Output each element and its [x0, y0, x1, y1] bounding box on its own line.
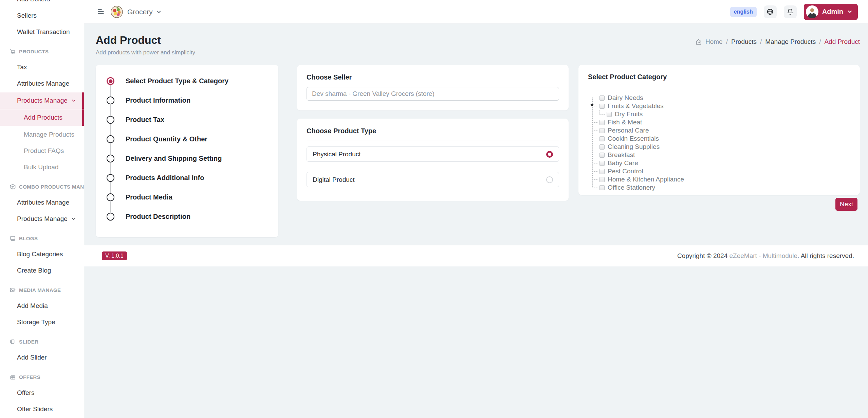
stepper-step-5[interactable]: Delivery and Shipping Setting [107, 155, 272, 174]
category-node-cookin-essentials[interactable]: Cookin Essentials [592, 135, 850, 143]
language-badge[interactable]: english [730, 7, 757, 17]
copyright-text: Copyright © 2024 eZeeMart - Multimodule.… [677, 252, 854, 260]
gift-icon [10, 374, 16, 380]
chevron-down-icon [156, 9, 162, 15]
sidebar-item-label: Add Sellers [17, 0, 50, 3]
middle-column: Choose Seller Choose Product Type Physic… [297, 65, 569, 201]
sidebar-section-header: MEDIA MANAGE [0, 282, 84, 298]
page-header: Add Product Add products with power and … [84, 24, 868, 56]
step-label: Product Quantity & Other [126, 135, 207, 143]
choose-seller-card: Choose Seller [297, 65, 569, 110]
radio-unselected-icon[interactable] [546, 176, 553, 183]
step-radio-icon[interactable] [107, 213, 114, 221]
category-node-cleaning-supplies[interactable]: Cleaning Supplies [592, 143, 850, 151]
stepper-step-1[interactable]: Select Product Type & Category [107, 77, 272, 97]
sidebar-item-sellers[interactable]: Sellers [0, 7, 84, 24]
tree-expanded-arrow-icon[interactable] [590, 104, 594, 107]
step-radio-icon[interactable] [107, 97, 114, 104]
admin-menu-button[interactable]: Admin [804, 4, 858, 20]
category-checkbox[interactable] [599, 128, 605, 133]
category-node-fruits-vegetables[interactable]: Fruits & Vegetables [592, 102, 850, 110]
store-switcher[interactable]: Grocery [111, 6, 162, 18]
step-radio-icon[interactable] [107, 193, 114, 201]
product-type-option-digital-product[interactable]: Digital Product [307, 172, 559, 187]
category-node-baby-care[interactable]: Baby Care [592, 159, 850, 167]
sidebar-item-products-manage[interactable]: Products Manage [0, 211, 84, 227]
sidebar-item-bulk-upload[interactable]: Bulk Upload [0, 159, 84, 175]
stepper-step-6[interactable]: Products Additional Info [107, 174, 272, 193]
category-checkbox[interactable] [599, 177, 605, 182]
category-node-office-stationery[interactable]: Office Stationery [592, 184, 850, 192]
step-label: Select Product Type & Category [126, 77, 228, 85]
step-radio-icon[interactable] [107, 116, 114, 124]
stepper-step-7[interactable]: Product Media [107, 193, 272, 213]
category-label: Pest Control [608, 167, 643, 175]
sidebar-item-manage-products[interactable]: Manage Products [0, 126, 84, 143]
sidebar-item-offer-sliders[interactable]: Offer Sliders [0, 401, 84, 417]
hamburger-menu-icon[interactable] [98, 9, 104, 14]
sidebar-item-wallet-transaction[interactable]: Wallet Transaction [0, 24, 84, 40]
step-radio-icon[interactable] [107, 155, 114, 162]
category-checkbox[interactable] [599, 153, 605, 158]
category-checkbox[interactable] [599, 136, 605, 141]
notifications-button[interactable] [784, 5, 797, 18]
category-checkbox[interactable] [599, 120, 605, 125]
sidebar-item-product-faqs[interactable]: Product FAQs [0, 143, 84, 159]
sidebar-item-add-products[interactable]: Add Products [0, 109, 84, 126]
category-checkbox[interactable] [599, 144, 605, 150]
step-radio-icon[interactable] [107, 174, 114, 182]
sidebar-item-label: Attributes Manage [17, 80, 69, 87]
topbar: Grocery english Admin [84, 0, 868, 24]
category-node-dairy-needs[interactable]: Dairy Needs [592, 94, 850, 102]
globe-button[interactable] [764, 5, 777, 18]
sidebar-item-attributes-manage[interactable]: Attributes Manage [0, 194, 84, 211]
next-button[interactable]: Next [835, 198, 857, 211]
breadcrumb-home[interactable]: Home [705, 38, 723, 46]
category-tree: Dairy NeedsFruits & VegetablesDry Fruits… [592, 94, 850, 192]
sidebar-item-attributes-manage[interactable]: Attributes Manage [0, 75, 84, 92]
sidebar-nav: Add SellersSellersWallet TransactionPROD… [0, 0, 84, 418]
step-radio-icon[interactable] [107, 77, 114, 85]
sidebar-item-tax[interactable]: Tax [0, 59, 84, 75]
stepper-step-4[interactable]: Product Quantity & Other [107, 135, 272, 155]
category-checkbox[interactable] [599, 95, 605, 101]
sidebar-item-products-manage[interactable]: Products Manage [0, 92, 84, 109]
sidebar-item-label: Manage Products [24, 131, 74, 138]
breadcrumb: Home/Products/Manage Products/Add Produc… [695, 38, 860, 46]
category-node-home-kitchen-appliance[interactable]: Home & Kitchen Appliance [592, 175, 850, 184]
category-node-personal-care[interactable]: Personal Care [592, 126, 850, 135]
sidebar-item-label: Add Products [24, 114, 62, 121]
sidebar-item-create-blog[interactable]: Create Blog [0, 262, 84, 279]
category-node-pest-control[interactable]: Pest Control [592, 167, 850, 175]
category-node-fish-meat[interactable]: Fish & Meat [592, 118, 850, 126]
sidebar-item-offers[interactable]: Offers [0, 385, 84, 401]
stepper-step-3[interactable]: Product Tax [107, 116, 272, 135]
breadcrumb-manage-products[interactable]: Manage Products [765, 38, 816, 46]
breadcrumb-add-product[interactable]: Add Product [824, 38, 860, 46]
category-checkbox[interactable] [599, 185, 605, 190]
sidebar-item-add-media[interactable]: Add Media [0, 298, 84, 314]
main-content: Add Product Add products with power and … [84, 24, 868, 418]
brand-link[interactable]: eZeeMart - Multimodule. [730, 252, 799, 259]
sidebar-item-storage-type[interactable]: Storage Type [0, 314, 84, 330]
category-label: Baby Care [608, 159, 638, 167]
category-checkbox[interactable] [599, 104, 605, 109]
sidebar-item-label: Product FAQs [24, 147, 64, 155]
product-type-option-physical-product[interactable]: Physical Product [307, 146, 559, 162]
choose-product-type-card: Choose Product Type Physical ProductDigi… [297, 119, 569, 201]
category-node-dry-fruits[interactable]: Dry Fruits [599, 110, 850, 118]
stepper-step-2[interactable]: Product Information [107, 97, 272, 116]
breadcrumb-products[interactable]: Products [731, 38, 757, 46]
stepper-step-8[interactable]: Product Description [107, 213, 272, 232]
category-checkbox[interactable] [599, 169, 605, 174]
sidebar-item-label: Offers [17, 389, 34, 397]
sidebar-item-add-sellers[interactable]: Add Sellers [0, 0, 84, 7]
category-checkbox[interactable] [607, 112, 612, 117]
category-node-breakfast[interactable]: Breakfast [592, 151, 850, 159]
sidebar-item-blog-categories[interactable]: Blog Categories [0, 246, 84, 262]
step-radio-icon[interactable] [107, 135, 114, 143]
radio-selected-icon[interactable] [546, 151, 553, 158]
category-checkbox[interactable] [599, 161, 605, 166]
sidebar-item-add-slider[interactable]: Add Slider [0, 349, 84, 366]
seller-input[interactable] [307, 87, 559, 101]
